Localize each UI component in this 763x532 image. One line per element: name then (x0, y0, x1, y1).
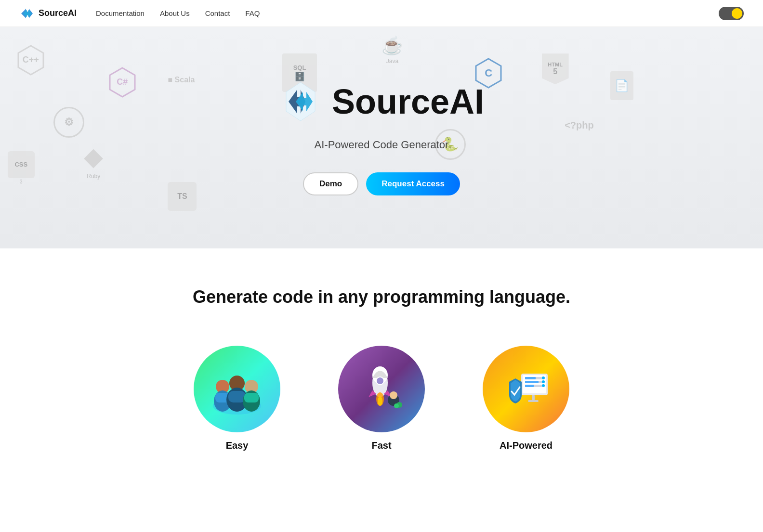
fast-circle (338, 346, 425, 432)
feature-ai: AI-Powered (483, 346, 569, 451)
svg-point-18 (376, 377, 384, 385)
lang-icon-cpp: C++ (15, 45, 46, 76)
lang-icon-scala: ■ Scala (168, 76, 195, 84)
hero-title: SourceAI (332, 84, 484, 119)
svg-point-22 (390, 391, 397, 399)
lang-icon-doc: 📄 (610, 71, 633, 100)
nav-links: Documentation About Us Contact FAQ (96, 9, 260, 17)
easy-circle (194, 346, 280, 432)
hero-content: SourceAI AI-Powered Code Generator Demo … (279, 80, 484, 195)
logo-icon (19, 6, 35, 21)
lang-icon-css: CSS 3 (8, 151, 35, 184)
nav-documentation[interactable]: Documentation (96, 9, 145, 17)
ruby-diamond-icon: ◆ (84, 142, 103, 171)
svg-rect-15 (244, 393, 259, 402)
features-section: Easy (0, 326, 763, 490)
svg-rect-37 (532, 395, 535, 400)
logo-link[interactable]: SourceAI (19, 6, 77, 21)
toggle-knob (732, 8, 742, 19)
svg-point-36 (542, 384, 545, 387)
navbar: SourceAI Documentation About Us Contact … (0, 0, 763, 27)
lang-icon-rust: ⚙ (53, 107, 84, 138)
hero-section: C++ C# ⚙ CSS 3 ◆ Ruby (0, 27, 763, 248)
lang-icon-java: ☕ Java (382, 36, 403, 65)
people-illustration (208, 360, 266, 418)
cpp-icon: C++ (15, 45, 46, 76)
ai-label: AI-Powered (500, 440, 553, 451)
php-text-icon: <?php (565, 120, 594, 131)
feature-easy: Easy (194, 346, 280, 451)
java-label: Java (386, 58, 398, 65)
svg-marker-3 (110, 68, 135, 97)
html-icon-box: HTML 5 (542, 53, 569, 84)
hero-buttons: Demo Request Access (303, 172, 460, 195)
doc-icon-box: 📄 (610, 71, 633, 100)
svg-rect-38 (528, 400, 539, 402)
svg-point-20 (378, 396, 382, 406)
svg-point-33 (542, 380, 545, 383)
lang-icon-ruby: ◆ Ruby (84, 142, 103, 180)
server-illustration (497, 360, 555, 418)
ai-circle (483, 346, 569, 432)
rocket-illustration (355, 363, 408, 415)
svg-point-30 (542, 376, 545, 379)
nav-contact[interactable]: Contact (205, 9, 230, 17)
ruby-label: Ruby (87, 173, 100, 180)
csharp-icon: C# (107, 67, 138, 98)
easy-label: Easy (226, 440, 249, 451)
lang-icon-html: HTML 5 (542, 53, 569, 84)
svg-rect-35 (525, 385, 534, 387)
nav-about[interactable]: About Us (160, 9, 190, 17)
demo-button[interactable]: Demo (303, 172, 358, 195)
svg-point-25 (394, 403, 399, 408)
nav-faq[interactable]: FAQ (245, 9, 260, 17)
feature-fast: Fast (338, 346, 425, 451)
svg-marker-2 (18, 46, 43, 75)
lang-icon-ts: TS (168, 182, 197, 211)
logo-text: SourceAI (39, 8, 77, 18)
rust-icon-circle: ⚙ (53, 107, 84, 138)
tagline-section: Generate code in any programming languag… (0, 248, 763, 326)
lang-icon-csharp: C# (107, 67, 138, 98)
hero-logo-row: SourceAI (279, 80, 484, 123)
svg-rect-29 (525, 377, 536, 379)
svg-rect-32 (525, 381, 539, 383)
hero-logo-icon (279, 80, 322, 123)
java-icon: ☕ (382, 36, 403, 56)
tagline-text: Generate code in any programming languag… (19, 287, 744, 307)
dark-mode-toggle[interactable] (719, 7, 744, 20)
lang-icon-php: <?php (565, 120, 594, 131)
css-icon-box: CSS (8, 151, 35, 178)
fast-label: Fast (371, 440, 391, 451)
ts-icon-box: TS (168, 182, 197, 211)
request-access-button[interactable]: Request Access (366, 172, 460, 195)
hero-subtitle: AI-Powered Code Generator (315, 139, 449, 151)
scala-text-icon: ■ Scala (168, 76, 195, 84)
